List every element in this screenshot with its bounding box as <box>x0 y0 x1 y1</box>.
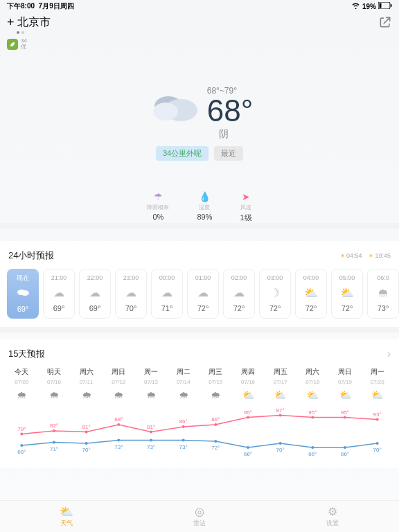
day-column[interactable]: 周日07/12🌧 <box>103 367 135 402</box>
svg-rect-2 <box>391 4 392 7</box>
umbrella-icon: ☂ <box>154 191 163 202</box>
daily-row[interactable]: 今天07/09🌧明天07/10🌧周六07/11🌧周日07/12🌧周一07/13🌧… <box>0 367 399 402</box>
day-date: 07/17 <box>274 379 287 385</box>
hour-card[interactable]: 02:00☁72° <box>223 269 255 319</box>
add-location-icon[interactable]: + <box>7 15 15 30</box>
leaf-icon <box>7 39 18 50</box>
day-name: 周二 <box>177 367 190 377</box>
hour-time: 21:00 <box>51 274 67 281</box>
svg-text:66°: 66° <box>308 451 317 457</box>
hourly-section: 24小时预报 04:54 19:45 现在69°21:00☁69°22:00☁6… <box>0 241 399 327</box>
hour-card[interactable]: 03:00☽72° <box>259 269 291 319</box>
day-column[interactable]: 明天07/10🌧 <box>38 367 71 402</box>
svg-text:71°: 71° <box>50 445 58 452</box>
svg-text:95°: 95° <box>308 409 317 415</box>
nearby-chip[interactable]: 最近 <box>214 146 243 161</box>
hour-card[interactable]: 22:00☁69° <box>79 269 111 319</box>
temp-chart: 79°82°81°88°81°86°88°95°97°95°95°93°68°7… <box>6 405 393 459</box>
day-column[interactable]: 今天07/09🌧 <box>6 367 38 402</box>
condition-text: 阴 <box>24 128 399 141</box>
day-weather-icon: 🌧 <box>211 389 220 400</box>
hour-card[interactable]: 05:00⛅72° <box>331 269 363 319</box>
day-column[interactable]: 周六07/18⛅ <box>296 367 329 402</box>
sun-times: 04:54 19:45 <box>340 252 391 259</box>
hour-card[interactable]: 04:00⛅72° <box>295 269 327 319</box>
svg-rect-1 <box>380 3 382 8</box>
day-date: 07/15 <box>209 379 222 385</box>
svg-text:86°: 86° <box>179 418 188 425</box>
day-column[interactable]: 周四07/16⛅ <box>232 367 265 402</box>
hour-weather-icon: ☽ <box>270 286 280 299</box>
battery-text: 19% <box>362 3 376 10</box>
svg-text:73°: 73° <box>114 443 123 450</box>
hour-card[interactable]: 00:00☁71° <box>151 269 183 319</box>
day-column[interactable]: 周五07/17⛅ <box>264 367 296 402</box>
wifi-icon <box>351 2 360 10</box>
svg-text:73°: 73° <box>147 443 155 450</box>
hour-card[interactable]: 01:00☁72° <box>187 269 219 319</box>
svg-text:82°: 82° <box>50 423 58 429</box>
svg-text:66°: 66° <box>244 451 252 457</box>
hour-temp: 72° <box>305 304 317 312</box>
svg-text:72°: 72° <box>211 445 220 451</box>
distance-chip[interactable]: 34公里外呢 <box>156 146 209 161</box>
hour-temp: 69° <box>53 304 65 312</box>
tab-radar[interactable]: ◎ 雷达 <box>133 501 266 532</box>
share-button[interactable] <box>378 15 392 29</box>
hourly-scroll[interactable]: 现在69°21:00☁69°22:00☁69°23:00☁70°00:00☁71… <box>0 269 399 319</box>
day-name: 周一 <box>144 367 158 377</box>
aqi-badge[interactable]: 34优 <box>7 38 399 51</box>
hour-temp: 72° <box>342 304 353 312</box>
hour-time: 22:00 <box>87 274 103 281</box>
header: + 北京市 <box>0 12 399 37</box>
city-name: 北京市 <box>17 15 51 30</box>
status-right: 19% <box>351 2 392 10</box>
day-weather-icon: 🌧 <box>146 389 156 400</box>
day-date: 07/13 <box>144 379 158 385</box>
hour-weather-icon: ☁ <box>161 286 172 299</box>
day-name: 周五 <box>274 367 287 377</box>
day-column[interactable]: 周一07/20⛅ <box>361 367 393 402</box>
day-date: 07/14 <box>177 379 190 385</box>
day-name: 今天 <box>15 367 28 377</box>
hour-card[interactable]: 06:0🌧73° <box>367 269 399 319</box>
tab-weather[interactable]: ⛅ 天气 <box>0 501 133 532</box>
day-date: 07/19 <box>338 379 352 385</box>
hour-temp: 69° <box>17 305 29 313</box>
page-dots <box>17 31 51 34</box>
tab-settings[interactable]: ⚙ 设置 <box>266 501 399 532</box>
day-date: 07/11 <box>80 379 94 385</box>
day-date: 07/10 <box>47 379 61 385</box>
hour-time: 23:00 <box>123 274 139 281</box>
day-weather-icon: ⛅ <box>371 389 383 400</box>
hour-time: 04:00 <box>303 274 319 281</box>
sunrise-time: 04:54 <box>340 252 362 259</box>
day-weather-icon: 🌧 <box>82 389 91 400</box>
day-date: 07/20 <box>371 379 384 385</box>
day-column[interactable]: 周日07/19⛅ <box>329 367 362 402</box>
sun-cloud-icon: ⛅ <box>60 505 73 518</box>
day-name: 明天 <box>47 367 61 377</box>
sunset-time: 19:45 <box>369 252 391 259</box>
location-chips: 34公里外呢 最近 <box>156 146 243 161</box>
svg-point-5 <box>153 103 178 121</box>
hour-weather-icon: ☁ <box>125 286 136 299</box>
svg-text:88°: 88° <box>114 416 123 423</box>
day-column[interactable]: 周二07/14🌧 <box>167 367 200 402</box>
humidity-metric: 💧 湿度 89% <box>197 191 212 223</box>
hour-weather-icon: ☁ <box>53 286 64 299</box>
day-column[interactable]: 周六07/11🌧 <box>70 367 103 402</box>
day-name: 周四 <box>241 367 255 377</box>
hour-card[interactable]: 21:00☁69° <box>43 269 75 319</box>
day-date: 07/18 <box>305 379 319 385</box>
day-date: 07/09 <box>15 379 28 385</box>
day-column[interactable]: 周三07/15🌧 <box>200 367 232 402</box>
chevron-right-icon[interactable]: › <box>387 348 391 360</box>
location-selector[interactable]: + 北京市 <box>7 15 51 30</box>
hour-card[interactable]: 23:00☁70° <box>115 269 147 319</box>
hour-card[interactable]: 现在69° <box>7 269 39 319</box>
day-column[interactable]: 周一07/13🌧 <box>135 367 168 402</box>
wind-metric: ➤ 风速 1级 <box>240 191 251 223</box>
location-block: + 北京市 <box>7 15 51 34</box>
droplet-icon: 💧 <box>199 191 211 202</box>
